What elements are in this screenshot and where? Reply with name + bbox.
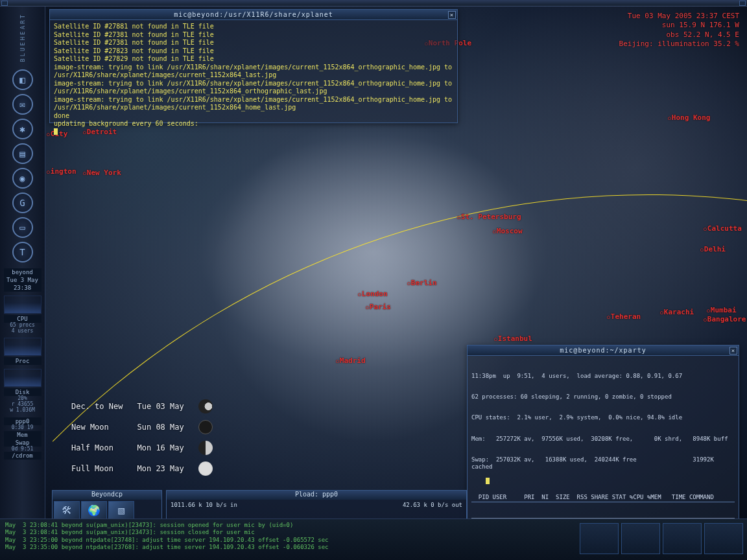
launcher-panel: Beyondcp 🛠 🌍 ▧	[52, 490, 162, 520]
book-icon[interactable]: ▭	[12, 217, 33, 238]
cursor-icon	[486, 478, 490, 484]
clock-widget: beyond Tue 3 May 23:38	[4, 268, 42, 292]
city-label: Calcutta	[704, 224, 742, 233]
terminal-titlebar[interactable]: mic@beyond:/usr/X11R6/share/xplanet ×	[50, 10, 457, 20]
left-dock: BLUEHEART ◧ ✉ ✱ ▤ ◉ G ▭ T beyond Tue 3 M…	[0, 6, 45, 519]
city-label: Istanbul	[494, 334, 532, 343]
eye-icon[interactable]: ◉	[12, 168, 33, 189]
ppp-monitor: ppp0 0:30 19 Mem Swap 0d 9:51 /cdrom	[4, 417, 42, 460]
launcher-card-icon[interactable]: ▧	[108, 501, 134, 519]
city-label: Moscow	[493, 227, 523, 235]
city-label: London	[358, 290, 388, 298]
proc-graph	[4, 338, 42, 356]
pager-workspace[interactable]	[621, 523, 660, 554]
moon-phase-icon	[198, 461, 213, 476]
city-label: St. Petersburg	[457, 213, 521, 221]
disk-graph	[4, 369, 42, 387]
clock-date: Tue 3 May	[4, 276, 42, 284]
moon-row: Full MoonMon 23 May	[65, 459, 219, 478]
close-icon[interactable]: ×	[729, 347, 737, 355]
pload-title: Pload: ppp0	[167, 491, 466, 500]
city-label: Teheran	[607, 312, 641, 321]
moon-phase-icon	[198, 399, 213, 414]
syslog-output: May 3 23:08:41 beyond su(pam_unix)[23473…	[0, 519, 576, 554]
launcher-globe-icon[interactable]: 🌍	[81, 501, 107, 519]
clock-time: 23:38	[4, 284, 42, 292]
xplanet-info: Tue 03 May 2005 23:37 CEST sun 15.9 N 17…	[619, 12, 739, 49]
pload-out: 42.63 k 0 b/s out	[403, 502, 462, 508]
cpu-monitor: CPU 65 procs 4 users	[4, 296, 42, 334]
city-label: ington	[47, 167, 77, 176]
city-label: Madrid	[336, 356, 366, 365]
letter-t-icon[interactable]: T	[12, 242, 33, 262]
window-titlebar[interactable]	[0, 0, 747, 6]
terminal-title: mic@beyond:~/xparty	[560, 347, 646, 354]
terminal-xplanet[interactable]: mic@beyond:/usr/X11R6/share/xplanet × Sa…	[49, 9, 458, 123]
dock-app-icon[interactable]: ◧	[12, 69, 33, 90]
mail-icon[interactable]: ✉	[12, 94, 33, 115]
terminal-top[interactable]: mic@beyond:~/xparty × 11:38pm up 9:51, 4…	[467, 345, 739, 520]
pload-panel: Pload: ppp0 1011.66 k 10 b/s in 42.63 k …	[166, 490, 467, 520]
titlebar-minimize-button[interactable]	[739, 1, 746, 6]
moon-phase-icon	[198, 441, 213, 455]
terminal-output: Satellite ID #27881 not found in TLE fil…	[50, 20, 457, 139]
launcher-title: Beyondcp	[53, 491, 161, 500]
city-label: New York	[83, 169, 121, 177]
moon-row: Half MoonMon 16 May	[65, 438, 219, 458]
pager-workspace[interactable]	[704, 523, 743, 554]
moon-row: New MoonSun 08 May	[65, 417, 219, 437]
bottom-panel: May 3 23:08:41 beyond su(pam_unix)[23473…	[0, 519, 747, 560]
launcher-tool-icon[interactable]: 🛠	[54, 501, 80, 519]
city-label: Berlin	[407, 279, 437, 287]
letter-g-icon[interactable]: G	[12, 192, 33, 213]
titlebar-menu-button[interactable]	[1, 1, 8, 6]
chart-icon[interactable]: ▤	[12, 143, 33, 164]
pager-workspace[interactable]	[580, 523, 619, 554]
terminal-titlebar[interactable]: mic@beyond:~/xparty ×	[468, 345, 739, 356]
brand-label: BLUEHEART	[19, 13, 26, 62]
cursor-icon	[54, 128, 58, 135]
moon-row: Dec. to NewTue 03 May	[65, 397, 219, 416]
clock-host: beyond	[4, 268, 42, 276]
pager-workspace[interactable]	[663, 523, 702, 554]
top-columns: PID USER PRI NI SIZE RSS SHARE STAT %CPU…	[471, 494, 735, 502]
city-label: Bangalore	[704, 315, 746, 323]
disk-monitor: Disk 20% r 43655 w 1.036M	[4, 369, 42, 413]
pload-in: 1011.66 k 10 b/s in	[171, 502, 237, 508]
moon-phase-icon	[198, 420, 213, 434]
web-icon[interactable]: ✱	[12, 119, 33, 139]
pager-tray	[576, 519, 747, 558]
proc-monitor: Proc	[4, 338, 42, 365]
city-label: Delhi	[700, 245, 726, 253]
city-label: Hong Kong	[668, 113, 710, 122]
city-label: Paris	[366, 303, 391, 311]
moon-phase-table: Dec. to NewTue 03 MayNew MoonSun 08 MayH…	[64, 395, 220, 480]
close-icon[interactable]: ×	[448, 11, 456, 19]
terminal-title: mic@beyond:/usr/X11R6/share/xplanet	[174, 11, 333, 18]
city-label: Karachi	[660, 308, 694, 316]
cpu-graph	[4, 296, 42, 314]
city-label: Mumbai	[707, 306, 737, 314]
